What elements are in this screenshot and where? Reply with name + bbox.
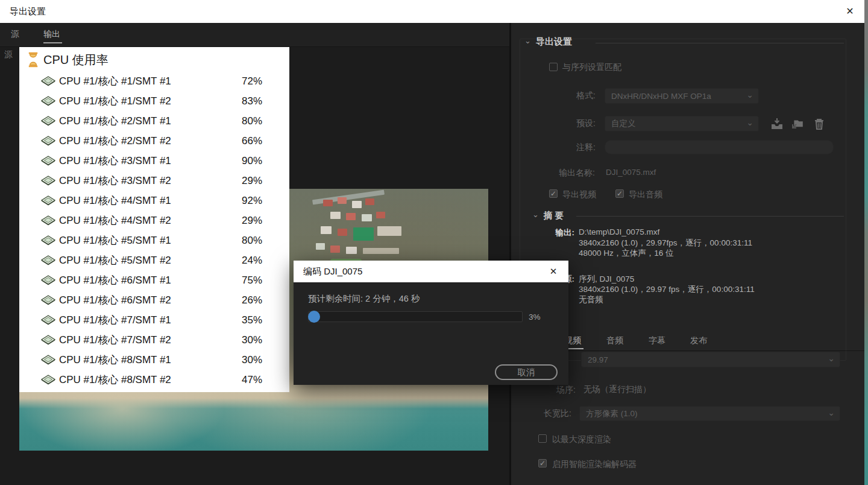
save-preset-icon[interactable] — [770, 117, 784, 130]
cpu-row-label: CPU #1/核心 #2/SMT #2 — [59, 134, 171, 148]
max-depth-checkbox[interactable] — [538, 434, 547, 443]
encode-dialog-title: 编码 DJI_0075 — [303, 266, 362, 277]
cpu-chip-icon — [41, 375, 55, 385]
chevron-down-icon: ⌄ — [746, 90, 753, 100]
cpu-row-value: 80% — [226, 235, 262, 247]
cpu-row-value: 30% — [226, 334, 262, 346]
framerate-dropdown[interactable]: 29.97 ⌄ — [581, 352, 840, 367]
smart-render-label: 启用智能渲染编解码器 — [552, 459, 637, 470]
preview-tabbar: 源 输出 — [0, 23, 509, 47]
summary-source-audio-specs: 无音频 — [579, 294, 603, 305]
match-sequence-label: 与序列设置匹配 — [562, 62, 621, 73]
progress-knob — [308, 311, 320, 323]
delete-preset-icon[interactable] — [813, 117, 826, 130]
encode-dialog-titlebar: 编码 DJI_0075 ✕ — [294, 261, 568, 282]
format-dropdown[interactable]: DNxHR/DNxHD MXF OP1a ⌄ — [605, 88, 759, 104]
cpu-row: CPU #1/核心 #7/SMT #2 30% — [19, 330, 289, 350]
cpu-row-value: 92% — [226, 195, 262, 207]
cpu-row-value: 30% — [226, 354, 262, 366]
tab-source[interactable]: 源 — [11, 29, 19, 40]
background-window-sliver — [864, 0, 868, 485]
cpu-row-label: CPU #1/核心 #1/SMT #1 — [59, 74, 171, 88]
collapse-chevron-icon[interactable]: ⌄ — [524, 36, 531, 45]
cpu-row-value: 29% — [226, 175, 262, 187]
cpu-usage-overlay: CPU 使用率 CPU #1/核心 #1/SMT #1 72% CPU #1/核… — [19, 47, 289, 392]
tab-audio[interactable]: 音频 — [606, 335, 623, 346]
cpu-row: CPU #1/核心 #5/SMT #1 80% — [19, 230, 289, 250]
field-order-value: 无场（逐行扫描） — [583, 384, 651, 395]
collapse-chevron-icon[interactable]: ⌄ — [532, 210, 539, 219]
cpu-row: CPU #1/核心 #4/SMT #2 29% — [19, 211, 289, 230]
progress-bar — [308, 311, 523, 322]
cpu-row-label: CPU #1/核心 #6/SMT #1 — [59, 273, 171, 287]
cpu-row: CPU #1/核心 #4/SMT #1 92% — [19, 191, 289, 211]
cpu-row-value: 24% — [226, 255, 262, 267]
output-name-label: 输出名称: — [539, 168, 595, 179]
cpu-row-value: 29% — [226, 215, 262, 227]
preset-dropdown[interactable]: 自定义 ⌄ — [605, 116, 759, 132]
window-title: 导出设置 — [10, 6, 46, 17]
export-settings-panel: ⌄ 导出设置 与序列设置匹配 格式: DNxHR/DNxHD MXF OP1a … — [509, 23, 864, 485]
cpu-row-label: CPU #1/核心 #7/SMT #1 — [59, 313, 171, 327]
cpu-row-label: CPU #1/核心 #7/SMT #2 — [59, 333, 171, 347]
cpu-row: CPU #1/核心 #1/SMT #1 72% — [19, 71, 289, 91]
cpu-chip-icon — [41, 275, 55, 285]
preview-region: 源 输出 源 — [0, 23, 509, 485]
output-name-value[interactable]: DJI_0075.mxf — [606, 168, 656, 177]
cpu-row: CPU #1/核心 #6/SMT #1 75% — [19, 270, 289, 290]
match-sequence-checkbox[interactable] — [549, 63, 558, 71]
divider — [596, 43, 844, 43]
tab-captions[interactable]: 字幕 — [649, 335, 665, 346]
cpu-row-label: CPU #1/核心 #4/SMT #1 — [59, 194, 171, 208]
cpu-row-label: CPU #1/核心 #6/SMT #2 — [59, 293, 171, 307]
max-depth-label: 以最大深度渲染 — [552, 434, 611, 445]
smart-render-checkbox[interactable]: ✓ — [538, 459, 547, 468]
summary-output-path: D:\temp\DJI_0075.mxf — [579, 227, 659, 236]
export-audio-checkbox[interactable]: ✓ — [615, 189, 624, 198]
summary-output-label: 输出: — [538, 227, 574, 238]
cpu-row-label: CPU #1/核心 #3/SMT #1 — [59, 154, 171, 168]
field-order-label: 场序: — [538, 385, 576, 396]
cpu-row-label: CPU #1/核心 #8/SMT #2 — [59, 373, 171, 387]
summary-output-video-specs: 3840x2160 (1.0)，29.97fps，逐行，00:00:31:11 — [579, 238, 752, 249]
tab-publish[interactable]: 发布 — [690, 335, 707, 346]
comment-label: 注释: — [547, 142, 596, 153]
cpu-row-value: 26% — [226, 294, 262, 306]
cpu-row-label: CPU #1/核心 #5/SMT #1 — [59, 233, 171, 247]
clipped-source-label: 源 — [4, 49, 19, 60]
cpu-row: CPU #1/核心 #2/SMT #2 66% — [19, 131, 289, 151]
close-icon[interactable]: ✕ — [547, 265, 560, 278]
cpu-chip-icon — [41, 315, 55, 325]
aspect-ratio-dropdown[interactable]: 方形像素 (1.0) ⌄ — [579, 406, 840, 421]
cpu-row: CPU #1/核心 #1/SMT #2 83% — [19, 91, 289, 111]
cpu-chip-icon — [41, 215, 55, 226]
cpu-chip-icon — [41, 355, 55, 365]
summary-source-video-specs: 3840x2160 (1.0)，29.97 fps，逐行，00:00:31:11 — [579, 284, 755, 295]
cpu-chip-icon — [41, 235, 55, 246]
summary-source-name: 序列, DJI_0075 — [579, 274, 634, 285]
close-icon[interactable]: ✕ — [843, 5, 857, 18]
comment-input[interactable] — [605, 140, 834, 154]
hourglass-icon — [28, 52, 39, 68]
cpu-row-value: 66% — [226, 135, 262, 147]
import-preset-icon[interactable] — [791, 117, 804, 130]
cpu-rows: CPU #1/核心 #1/SMT #1 72% CPU #1/核心 #1/SMT… — [19, 71, 289, 390]
cpu-row-value: 80% — [226, 115, 262, 127]
cpu-chip-icon — [41, 255, 55, 265]
export-video-label: 导出视频 — [562, 189, 596, 200]
export-video-checkbox[interactable]: ✓ — [549, 189, 558, 198]
divider — [576, 216, 844, 217]
cpu-row-label: CPU #1/核心 #4/SMT #2 — [59, 214, 171, 227]
cpu-row: CPU #1/核心 #7/SMT #1 35% — [19, 310, 289, 330]
format-label: 格式: — [547, 90, 596, 101]
chevron-down-icon: ⌄ — [828, 408, 835, 417]
cpu-chip-icon — [41, 176, 55, 186]
tab-output[interactable]: 输出 — [43, 29, 60, 40]
progress-percent: 3% — [529, 312, 541, 322]
cpu-chip-icon — [41, 136, 55, 146]
cpu-row: CPU #1/核心 #8/SMT #1 30% — [19, 350, 289, 370]
aspect-ratio-label: 长宽比: — [531, 408, 571, 419]
cpu-row-value: 35% — [226, 314, 262, 326]
cpu-row: CPU #1/核心 #8/SMT #2 47% — [19, 370, 289, 390]
cancel-button[interactable]: 取消 — [495, 364, 558, 380]
